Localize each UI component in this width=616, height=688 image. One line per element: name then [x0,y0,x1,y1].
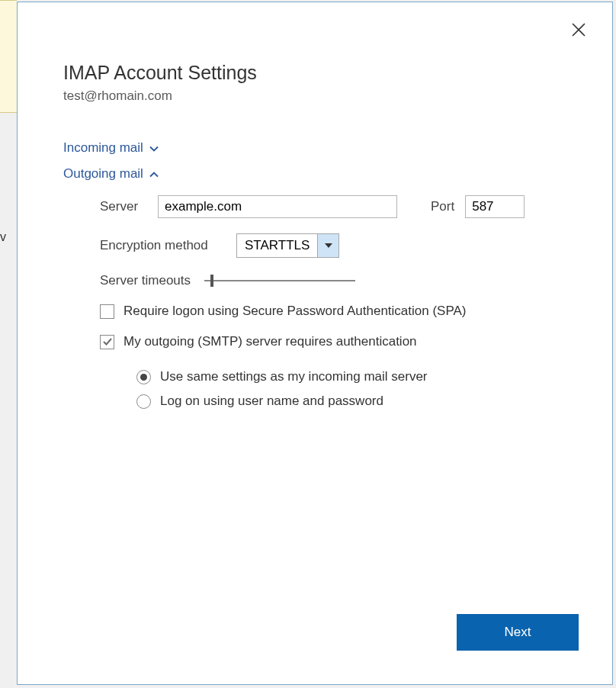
timeout-label: Server timeouts [100,273,191,288]
imap-settings-dialog: IMAP Account Settings test@rhomain.com I… [17,2,613,685]
caret-down-icon [325,243,332,248]
next-button[interactable]: Next [457,614,579,651]
timeout-slider[interactable] [204,273,355,288]
chevron-up-icon [149,167,159,181]
page-title: IMAP Account Settings [63,62,566,84]
close-button[interactable] [565,16,592,43]
spa-label: Require logon using Secure Password Auth… [124,304,467,319]
auth-checkbox[interactable] [100,335,114,349]
background-fragment-border [0,112,17,113]
section-outgoing-label: Outgoing mail [63,166,143,182]
slider-track-line [204,280,355,281]
port-input[interactable] [465,195,525,218]
section-incoming-label: Incoming mail [63,140,143,156]
server-label: Server [100,199,147,214]
spa-checkbox[interactable] [100,304,114,319]
background-fragment-box [0,1,17,112]
server-input[interactable] [158,195,397,218]
account-email: test@rhomain.com [63,88,566,104]
slider-thumb[interactable] [210,275,213,287]
encryption-value: STARTTLS [237,234,317,257]
background-fragment-text: v [0,230,14,244]
close-icon [571,22,586,37]
section-incoming-mail[interactable]: Incoming mail [63,140,159,156]
auth-label: My outgoing (SMTP) server requires authe… [124,334,417,349]
radio-logon[interactable] [136,394,151,409]
auth-checkbox-row[interactable]: My outgoing (SMTP) server requires authe… [100,334,566,349]
radio-same-settings-row[interactable]: Use same settings as my incoming mail se… [136,369,566,384]
spa-checkbox-row[interactable]: Require logon using Secure Password Auth… [100,304,566,319]
radio-same-settings[interactable] [136,370,151,384]
encryption-dropdown[interactable]: STARTTLS [236,233,339,258]
chevron-down-icon [149,141,159,155]
radio-logon-label: Log on using user name and password [160,394,383,409]
section-outgoing-mail[interactable]: Outgoing mail [63,166,159,182]
radio-logon-row[interactable]: Log on using user name and password [136,394,566,409]
port-label: Port [431,199,454,214]
dropdown-button[interactable] [317,234,338,257]
check-icon [102,336,113,347]
radio-same-label: Use same settings as my incoming mail se… [160,369,428,384]
encryption-label: Encryption method [100,238,226,253]
